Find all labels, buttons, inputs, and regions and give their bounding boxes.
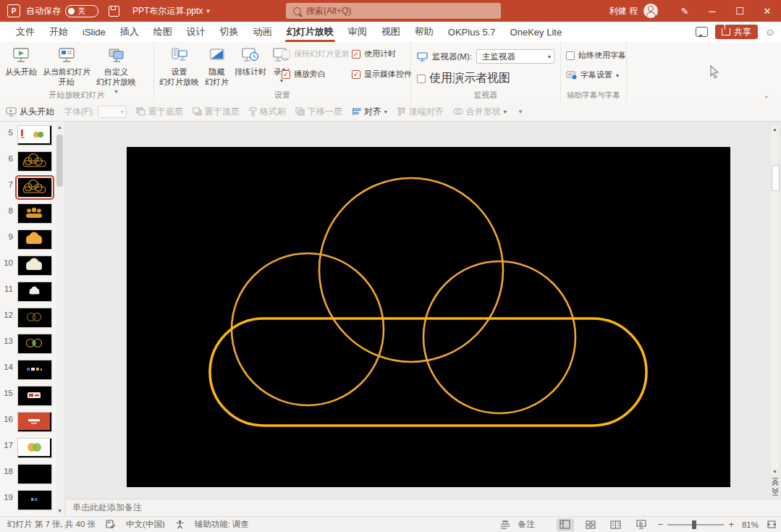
slide-thumbnail-6[interactable]: [17, 151, 52, 172]
collapse-ribbon-icon[interactable]: ⌄: [764, 91, 769, 99]
slide-thumbnail-11[interactable]: [17, 282, 52, 302]
setup-slideshow-button[interactable]: 设置 幻灯片放映: [157, 45, 201, 89]
tab-视图[interactable]: 视图: [374, 22, 408, 42]
slide-thumbnail-12[interactable]: [17, 308, 52, 328]
subtitle-settings-icon: [566, 70, 577, 80]
share-button[interactable]: 共享: [715, 25, 758, 39]
user-avatar[interactable]: [643, 4, 658, 18]
quickbar-overflow-icon[interactable]: ▾: [519, 108, 523, 115]
scroll-down-icon[interactable]: ▼: [56, 508, 64, 513]
slide-thumbnail-10[interactable]: [17, 256, 52, 276]
sidebar-scrollbar[interactable]: ▲ ▼: [56, 123, 64, 515]
minimize-button[interactable]: ─: [698, 0, 726, 22]
powerpoint-app-icon[interactable]: P: [7, 4, 20, 17]
tab-OneKey Lite[interactable]: OneKey Lite: [503, 22, 570, 42]
spellcheck-icon[interactable]: [106, 520, 116, 529]
pen-icon[interactable]: ✎: [671, 0, 698, 22]
close-button[interactable]: ✕: [753, 0, 781, 22]
slide-thumbnail-14[interactable]: [17, 360, 52, 380]
scroll-down-icon[interactable]: ▼: [771, 469, 779, 474]
tab-帮助[interactable]: 帮助: [408, 22, 441, 42]
normal-view-button[interactable]: [557, 518, 574, 531]
scroll-up-icon[interactable]: ▲: [56, 124, 64, 130]
status-bar: 幻灯片 第 7 张, 共 40 张 中文(中国) 辅助功能: 调查 备注: [0, 516, 781, 532]
chevron-down-icon: ▾: [384, 109, 387, 115]
from-beginning-button[interactable]: 从头开始: [3, 45, 39, 78]
slide-thumbnail-17[interactable]: [17, 438, 52, 458]
tab-动画[interactable]: 动画: [246, 22, 279, 42]
tab-切换[interactable]: 切换: [213, 22, 246, 42]
rehearse-timings-button[interactable]: 排练计时: [232, 45, 269, 78]
tab-iSlide[interactable]: iSlide: [75, 22, 113, 42]
zoom-out-button[interactable]: −: [658, 521, 664, 528]
tab-设计[interactable]: 设计: [180, 22, 213, 42]
accessibility-status[interactable]: 辅助功能: 调查: [195, 519, 249, 530]
slide-thumbnail-8[interactable]: [17, 203, 52, 224]
notes-toggle-icon[interactable]: [500, 520, 510, 529]
slide-thumbnail-5[interactable]: [17, 125, 52, 145]
slide-shape-circle-0[interactable]: [319, 178, 503, 362]
tab-绘图[interactable]: 绘图: [146, 22, 180, 42]
autosave-toggle[interactable]: 关: [65, 5, 98, 17]
slide-shape-circle-1[interactable]: [232, 253, 384, 405]
tab-文件[interactable]: 文件: [9, 22, 42, 42]
checkbox-presenter-view[interactable]: 使用演示者视图: [417, 71, 510, 86]
fit-to-window-icon[interactable]: [767, 520, 777, 529]
zoom-slider[interactable]: − +: [658, 521, 734, 528]
reading-view-button[interactable]: [607, 518, 625, 531]
tab-开始[interactable]: 开始: [42, 22, 75, 42]
hide-slide-button[interactable]: 隐藏 幻灯片: [203, 45, 231, 89]
previous-slide-button[interactable]: [772, 478, 779, 486]
slide-thumbnail-9[interactable]: [17, 229, 52, 250]
next-slide-button[interactable]: [772, 488, 779, 496]
tab-审阅[interactable]: 审阅: [341, 22, 374, 42]
checkbox-always-use-subtitles[interactable]: 始终使用字幕: [566, 50, 626, 61]
zoom-track[interactable]: [667, 524, 724, 525]
slide-canvas[interactable]: [127, 147, 730, 487]
ribbon-group-setup: 设置 幻灯片放映 隐藏 幻灯片 排练计时: [154, 42, 411, 102]
slide-thumbnail-16[interactable]: [17, 412, 52, 432]
from-current-slide-button[interactable]: 从当前幻灯片 开始: [41, 45, 93, 89]
tab-幻灯片放映[interactable]: 幻灯片放映: [279, 22, 341, 42]
scroll-up-icon[interactable]: ▲: [771, 127, 779, 132]
tab-插入[interactable]: 插入: [113, 22, 146, 42]
slide-shape-circle-2[interactable]: [423, 261, 575, 413]
comments-icon[interactable]: [696, 27, 708, 37]
slide-thumbnail-18[interactable]: [17, 464, 52, 484]
notes-toggle-label[interactable]: 备注: [518, 519, 535, 530]
checkbox-play-narrations[interactable]: ✓播放旁白: [282, 69, 352, 80]
notes-area[interactable]: 单击此处添加备注: [66, 499, 781, 516]
slide-sorter-view-button[interactable]: [582, 518, 599, 531]
autosave-control[interactable]: 自动保存 关: [26, 5, 98, 17]
search-input[interactable]: 搜索(Alt+Q): [286, 3, 501, 19]
save-icon[interactable]: [109, 6, 119, 17]
document-title[interactable]: PPT布尔运算.pptx ▾: [132, 5, 210, 17]
slide-thumbnail-15[interactable]: [17, 386, 52, 406]
slideshow-view-button[interactable]: [633, 518, 650, 531]
slide-number: 11: [0, 282, 13, 293]
slide-thumbnail-19[interactable]: [17, 490, 52, 510]
hide-slide-icon: [208, 46, 227, 64]
checkbox-keep-slides-updated[interactable]: 保持幻灯片更新: [282, 48, 352, 59]
accessibility-icon[interactable]: [175, 520, 185, 529]
language-indicator[interactable]: 中文(中国): [126, 519, 165, 530]
zoom-handle[interactable]: [692, 520, 696, 529]
slide-thumbnail-13[interactable]: [17, 334, 52, 354]
zoom-percentage[interactable]: 81%: [742, 520, 759, 529]
monitor-select[interactable]: 主监视器 ▾: [476, 49, 554, 64]
quickbar-从头开始[interactable]: 从头开始: [6, 106, 54, 118]
maximize-button[interactable]: ☐: [726, 0, 753, 22]
zoom-in-button[interactable]: +: [728, 521, 734, 528]
sidebar-scroll-thumb[interactable]: [56, 135, 63, 187]
quickbar-对齐[interactable]: 对齐▾: [352, 106, 387, 118]
tab-OKPlus 5.7[interactable]: OKPlus 5.7: [441, 22, 503, 42]
slide-row-9: 9: [0, 229, 54, 250]
slide-number: 9: [0, 229, 13, 241]
feedback-smiley-icon[interactable]: ☺: [765, 26, 775, 38]
slide-thumbnail-7[interactable]: [17, 177, 52, 198]
main-scrollbar[interactable]: ▲ ▼: [770, 124, 780, 476]
slide-shape-stadium-3[interactable]: [210, 318, 646, 426]
subtitle-settings-button[interactable]: 字幕设置 ▾: [566, 69, 626, 80]
user-name[interactable]: 利健 程: [609, 5, 638, 17]
main-scroll-thumb[interactable]: [772, 165, 780, 191]
